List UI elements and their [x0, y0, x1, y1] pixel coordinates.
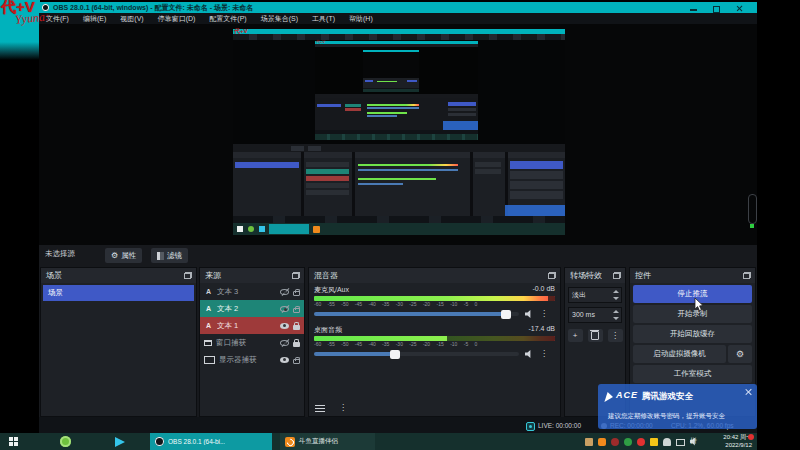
transitions-header: 转场特效 — [565, 268, 625, 283]
virtual-camera-row: 启动虚拟摄像机 ⚙ — [633, 345, 752, 363]
clock-time: 20:42 周一 — [702, 434, 752, 442]
source-row-window-capture[interactable]: 窗口捕获 — [200, 334, 304, 351]
start-recording-button[interactable]: 开始录制 — [633, 305, 752, 323]
popout-icon[interactable] — [743, 272, 751, 279]
visibility-on-icon[interactable] — [280, 323, 289, 329]
transition-selected-label: 淡出 — [572, 291, 586, 298]
start-replay-buffer-button[interactable]: 开始回放缓存 — [633, 325, 752, 343]
lock-open-icon[interactable] — [293, 359, 300, 364]
scene-item-selected[interactable]: 场景 — [43, 285, 194, 301]
visibility-on-icon[interactable] — [280, 357, 289, 363]
menu-docks[interactable]: 停靠窗口(D) — [151, 13, 203, 24]
title-bar[interactable]: OBS 28.0.1 (64-bit, windows) - 配置文件: 未命名… — [39, 2, 757, 13]
source-row-text2[interactable]: A文本 2 — [200, 300, 304, 317]
transition-duration-value: 300 ms — [572, 311, 595, 318]
menu-profile[interactable]: 配置文件(P) — [202, 13, 253, 24]
channel-level: -17.4 dB — [529, 325, 555, 335]
filters-button[interactable]: 滤镜 — [151, 248, 188, 263]
popout-icon[interactable] — [548, 272, 556, 279]
lock-open-icon[interactable] — [293, 291, 300, 296]
tray-briefcase-icon[interactable] — [585, 438, 593, 446]
stepper-icon — [612, 290, 619, 300]
tray-green-icon[interactable] — [624, 438, 632, 446]
transition-select[interactable]: 淡出 — [568, 287, 622, 303]
preview-canvas[interactable]: 代+V 代+V — [39, 24, 757, 245]
taskbar-obs-task[interactable]: OBS 28.0.1 (64-bi... — [150, 433, 272, 450]
kebab-menu-icon[interactable]: ⋮ — [540, 350, 548, 358]
mini-play-icon — [259, 226, 265, 232]
tray-person-icon[interactable] — [663, 438, 671, 446]
ime-indicator[interactable]: 拼 — [690, 436, 697, 446]
slider-handle[interactable] — [501, 310, 511, 319]
tray-red-icon[interactable] — [637, 438, 645, 446]
source-name: 文本 2 — [217, 304, 276, 314]
mini3-meter — [377, 81, 397, 82]
minimize-button[interactable] — [687, 4, 701, 12]
notification-badge[interactable] — [748, 434, 754, 440]
taskbar-douyu-task[interactable]: 斗鱼直播伴侣 — [280, 433, 375, 450]
visibility-off-icon[interactable] — [280, 289, 289, 295]
source-name: 窗口捕获 — [216, 338, 276, 348]
mini2-meter2 — [367, 112, 407, 114]
stop-streaming-button[interactable]: 停止推流 — [633, 285, 752, 303]
popout-icon[interactable] — [613, 272, 621, 279]
source-row-text1[interactable]: A文本 1 — [200, 317, 304, 334]
remove-transition-button[interactable] — [588, 329, 603, 342]
tray-monitor-icon[interactable] — [676, 439, 685, 446]
volume-slider[interactable] — [314, 312, 519, 316]
menu-edit[interactable]: 编辑(E) — [76, 13, 113, 24]
mini-douyu-task — [313, 226, 320, 233]
mixer-panel: 混音器 麦克风/Aux-0.0 dB -60 -55 -50 -45 -40 -… — [308, 267, 561, 417]
add-transition-button[interactable]: + — [568, 329, 583, 342]
popup-title: 腾讯游戏安全 — [642, 391, 693, 403]
clock-date: 2022/9/12 — [702, 442, 752, 450]
ace-logo-icon — [604, 392, 614, 402]
maximize-button[interactable] — [709, 4, 723, 12]
transition-duration-spinbox[interactable]: 300 ms — [568, 307, 622, 323]
video-app-icon[interactable] — [115, 437, 125, 447]
speaker-icon[interactable] — [525, 310, 534, 318]
green-app-icon[interactable] — [60, 436, 71, 447]
popout-icon[interactable] — [184, 272, 192, 279]
virtual-camera-settings-button[interactable]: ⚙ — [728, 345, 752, 363]
visibility-off-icon[interactable] — [280, 306, 289, 312]
source-row-text3[interactable]: A文本 3 — [200, 283, 304, 300]
taskbar-clock[interactable]: 20:42 周一 2022/9/12 — [702, 434, 752, 449]
source-row-display-capture[interactable]: 显示器捕获 — [200, 351, 304, 368]
popout-icon[interactable] — [292, 272, 300, 279]
tray-darkred-icon[interactable] — [611, 438, 619, 446]
mini-statusbar — [233, 216, 565, 223]
meter-dim — [548, 296, 555, 301]
slider-handle[interactable] — [390, 350, 400, 359]
meter-scale: -60 -55 -50 -45 -40 -35 -30 -25 -20 -15 … — [314, 341, 555, 347]
speaker-icon[interactable] — [525, 350, 534, 358]
tray-orange-icon[interactable] — [598, 438, 606, 446]
visibility-off-icon[interactable] — [280, 340, 289, 346]
start-button[interactable] — [9, 437, 18, 446]
tray-shield-icon[interactable] — [650, 438, 658, 446]
channel-level: -0.0 dB — [532, 285, 555, 295]
advanced-audio-icon[interactable] — [315, 404, 325, 412]
mini2-slider1 — [367, 107, 419, 109]
lock-open-icon[interactable] — [293, 308, 300, 313]
lock-closed-icon[interactable] — [293, 325, 300, 330]
screen: 代+V Yyuna: OBS 28.0.1 (64-bit, windows) … — [0, 0, 800, 450]
kebab-menu-icon[interactable]: ⋮ — [339, 404, 347, 412]
menu-help[interactable]: 帮助(H) — [342, 13, 380, 24]
douyu-icon — [285, 437, 295, 447]
kebab-menu-icon[interactable]: ⋮ — [540, 310, 548, 318]
mini-watermark: 代+V — [234, 27, 248, 36]
volume-slider[interactable] — [314, 352, 519, 356]
text-source-icon: A — [204, 305, 213, 312]
studio-mode-button[interactable]: 工作室模式 — [633, 365, 752, 383]
menu-view[interactable]: 视图(V) — [113, 13, 150, 24]
transition-properties-button[interactable]: ⋮ — [608, 329, 623, 342]
properties-button[interactable]: ⚙属性 — [105, 248, 142, 263]
menu-tools[interactable]: 工具(T) — [305, 13, 342, 24]
close-button[interactable] — [731, 4, 745, 12]
gear-icon: ⚙ — [111, 248, 118, 263]
popup-close-icon[interactable] — [745, 388, 752, 395]
start-virtual-camera-button[interactable]: 启动虚拟摄像机 — [633, 345, 726, 363]
lock-closed-icon[interactable] — [293, 342, 300, 347]
menu-scene-collection[interactable]: 场景集合(S) — [254, 13, 305, 24]
